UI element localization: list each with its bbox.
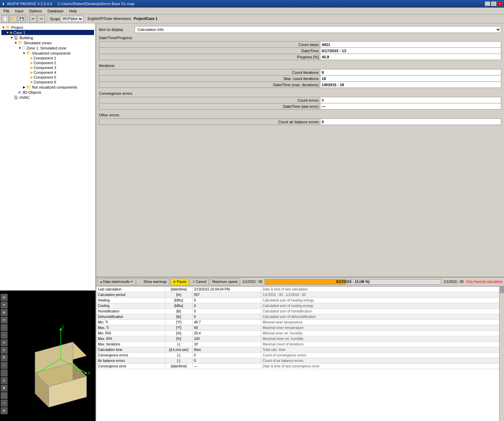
- rt-col2: [°F]: [165, 325, 193, 331]
- label-progress: Progress [%]: [99, 54, 320, 60]
- project-icon: 📁: [5, 25, 10, 30]
- tree-node-comp6[interactable]: ■ Component 6: [1, 80, 94, 84]
- tree-label-comp2: Component 2: [34, 61, 56, 65]
- bottom-bar: ● Data state/results ▼ ⚠ Show warnings ⏸…: [96, 277, 504, 421]
- expander-building[interactable]: ▼: [10, 36, 14, 39]
- vt-btn-11[interactable]: -: [1, 369, 8, 376]
- vt-btn-7[interactable]: ⟲: [1, 339, 8, 346]
- show-warnings-button[interactable]: ⚠ Show warnings: [137, 278, 169, 285]
- rt-col1: Max. RHi: [96, 336, 165, 342]
- tree-node-project[interactable]: ▼ 📁 Project: [1, 25, 94, 30]
- minimize-button[interactable]: _: [485, 1, 490, 6]
- vt-btn-2[interactable]: ✦: [1, 301, 8, 308]
- vt-btn-9[interactable]: 🔍: [1, 354, 8, 361]
- tree-node-hvac[interactable]: 🏠 HVAC: [1, 95, 94, 100]
- save-button[interactable]: 💾: [18, 15, 25, 23]
- expander-case1[interactable]: ▼: [5, 31, 10, 34]
- cancel-icon: ✕: [192, 280, 195, 284]
- tree-label-simzones: Simulated zones: [24, 41, 51, 45]
- rt-col1: Min. RHi: [96, 331, 165, 336]
- tree-node-case1[interactable]: ▼ ◈ Case 1: [1, 30, 94, 35]
- cancel-label: Cancel: [196, 280, 206, 284]
- vt-btn-14[interactable]: ⛶: [1, 392, 8, 399]
- vt-btn-5[interactable]: ↕: [1, 324, 8, 331]
- value-datetime-last-error: —: [320, 103, 501, 110]
- rt-col2: [%]: [165, 331, 193, 336]
- rt-col2: [kBtu]: [165, 298, 193, 303]
- maximize-button[interactable]: □: [491, 1, 496, 6]
- row-count-steps: Count steps 4021: [99, 42, 501, 48]
- scrollbar-thumb[interactable]: [500, 286, 504, 293]
- close-button[interactable]: ✕: [497, 1, 503, 6]
- undo-button[interactable]: ↩: [29, 15, 37, 23]
- vt-btn-6[interactable]: ↔: [1, 332, 8, 339]
- rt-col3: 100: [193, 336, 261, 342]
- rt-row: Air balance errors [-] 0 Count of air ba…: [96, 358, 504, 364]
- tree-node-comp1[interactable]: ■ Component 1: [1, 56, 94, 60]
- tree-node-comp3[interactable]: ■ Component 3: [1, 65, 94, 70]
- data-state-label: Data state/results: [103, 280, 130, 284]
- tree-node-3dobjects[interactable]: ◉ 3D-Objects: [1, 90, 94, 95]
- menu-options[interactable]: Options: [26, 8, 45, 14]
- expander-zone1[interactable]: ▼: [18, 46, 22, 50]
- expander-notvis[interactable]: ▶: [22, 86, 26, 89]
- expander-simzones[interactable]: ▼: [14, 41, 18, 45]
- tree-label-comp6: Component 6: [34, 80, 56, 84]
- vt-btn-16[interactable]: ⊕: [1, 407, 8, 414]
- vt-btn-15[interactable]: ⌖: [1, 400, 8, 407]
- redo-button[interactable]: ↪: [37, 15, 45, 23]
- rt-row: Calculation time [d,h,min,sec] 8sec Tota…: [96, 347, 504, 353]
- tree-node-comp4[interactable]: ■ Component 4: [1, 70, 94, 75]
- title-buttons: _ □ ✕: [485, 1, 503, 6]
- expander-viscomp[interactable]: ▼: [22, 52, 26, 55]
- rt-col4: Calculated sum of heating energy: [261, 298, 504, 303]
- vt-btn-10[interactable]: +: [1, 362, 8, 369]
- vt-btn-12[interactable]: ⊙: [1, 377, 8, 384]
- menu-database[interactable]: Database: [45, 8, 66, 14]
- tree-node-comp2[interactable]: ■ Component 2: [1, 60, 94, 65]
- split-area: ▼ 📁 Project ▼ ◈ Case 1 ▼ 🏠 Bui: [0, 23, 504, 421]
- menu-file[interactable]: File: [1, 8, 12, 14]
- row-datetime-last-error: Date/Time (last error) —: [99, 103, 501, 110]
- data-state-button[interactable]: ● Data state/results ▼: [98, 278, 136, 285]
- tree-node-notvis[interactable]: ▶ 📁 Not visualized components: [1, 84, 94, 90]
- rt-col2: [-]: [165, 342, 193, 347]
- menu-help[interactable]: Help: [66, 8, 80, 14]
- data-state-icon: ●: [100, 280, 102, 284]
- menu-input[interactable]: Input: [12, 8, 26, 14]
- vt-btn-3[interactable]: ⊞: [1, 309, 8, 316]
- scope-select[interactable]: WUFIplus: [61, 16, 83, 22]
- tree-node-zone1[interactable]: ▼ ⬡ Zone 1: Simulated zone: [1, 45, 94, 50]
- hvac-icon: 🏠: [14, 95, 19, 100]
- rt-col4: Maximal inner rel. humidity: [261, 336, 504, 342]
- rt-col2: [-]: [165, 353, 193, 358]
- tree-label-3dobjects: 3D-Objects: [22, 90, 41, 94]
- max-speed-button[interactable]: Maximum speed: [210, 278, 240, 285]
- comp3-icon: ■: [30, 66, 33, 70]
- open-button[interactable]: 📂: [10, 15, 17, 23]
- rt-col3: 0: [193, 358, 261, 364]
- scene-svg: Z X: [8, 291, 95, 421]
- vt-btn-4[interactable]: ⊡: [1, 317, 8, 323]
- tree-node-viscomp[interactable]: ▼ 📁 Visualized components: [1, 50, 94, 56]
- expander-project[interactable]: ▼: [1, 26, 5, 29]
- tree-label-comp5: Component 5: [34, 75, 56, 79]
- tree-node-simzones[interactable]: ▼ 📁 Simulated zones: [1, 40, 94, 45]
- item-to-display-select[interactable]: Calculation Info: [135, 26, 501, 33]
- vt-btn-1[interactable]: ⊕: [1, 294, 8, 301]
- value-max-iterations: 18: [320, 76, 501, 82]
- vt-btn-8[interactable]: ⟳: [1, 347, 8, 354]
- pause-button[interactable]: ⏸ Pause: [170, 278, 189, 285]
- cancel-button[interactable]: ✕ Cancel: [190, 278, 209, 285]
- rt-col3: 0: [193, 303, 261, 309]
- row-count-iterations: Count iterations 9: [99, 69, 501, 76]
- tree-node-building[interactable]: ▼ 🏠 Building: [1, 35, 94, 40]
- rt-col2: [-]: [165, 358, 193, 364]
- row-progress: Progress [%] 45.9: [99, 54, 501, 60]
- new-button[interactable]: 📄: [1, 15, 9, 23]
- tree-node-comp5[interactable]: ■ Component 5: [1, 75, 94, 80]
- rt-col2: [°F]: [165, 320, 193, 325]
- label-date-time: Date/Time: [99, 48, 320, 54]
- vt-btn-13[interactable]: ✚: [1, 385, 8, 391]
- results-scrollbar[interactable]: [499, 286, 504, 421]
